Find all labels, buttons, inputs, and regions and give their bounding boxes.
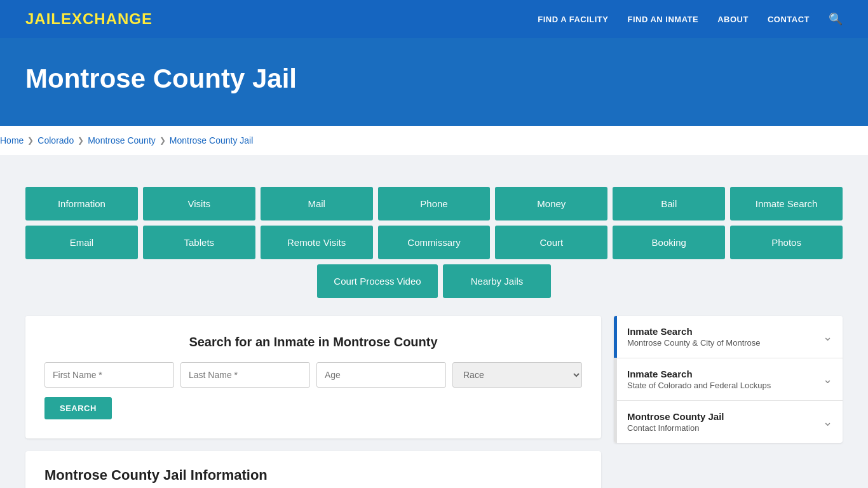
search-box: Search for an Inmate in Montrose County …	[25, 316, 601, 438]
sidebar-content-3: Montrose County Jail Contact Information	[617, 401, 813, 443]
left-panel: Search for an Inmate in Montrose County …	[25, 316, 601, 488]
page-title: Montrose County Jail	[25, 64, 843, 94]
nav-buttons-row1: Information Visits Mail Phone Money Bail…	[25, 187, 843, 220]
right-panel: Inmate Search Montrose County & City of …	[614, 316, 843, 443]
info-section: Montrose County Jail Information	[25, 451, 601, 488]
hero-section: Montrose County Jail	[0, 38, 868, 126]
btn-remote-visits[interactable]: Remote Visits	[261, 226, 373, 259]
btn-nearby-jails[interactable]: Nearby Jails	[443, 264, 551, 298]
main-layout: Search for an Inmate in Montrose County …	[25, 316, 843, 488]
breadcrumb-colorado[interactable]: Colorado	[37, 135, 74, 146]
search-fields: Race White Black Hispanic Asian Other	[44, 362, 582, 388]
breadcrumb-current: Montrose County Jail	[170, 135, 254, 146]
sidebar-subtitle-2: State of Colorado and Federal Lockups	[627, 381, 803, 390]
btn-commissary[interactable]: Commissary	[378, 226, 491, 259]
breadcrumb-home[interactable]: Home	[0, 135, 24, 146]
sidebar-chevron-2[interactable]: ⌄	[813, 358, 843, 400]
search-button[interactable]: SEARCH	[44, 397, 112, 419]
breadcrumb-sep-1: ❯	[27, 136, 34, 145]
breadcrumb-montrose-county[interactable]: Montrose County	[88, 135, 156, 146]
sidebar-title-3: Montrose County Jail	[627, 411, 803, 422]
sidebar-title-2: Inmate Search	[627, 369, 803, 379]
content-area: Information Visits Mail Phone Money Bail…	[0, 155, 868, 488]
nav-find-inmate[interactable]: FIND AN INMATE	[627, 15, 698, 24]
sidebar-subtitle-3: Contact Information	[627, 423, 803, 433]
sidebar-content-2: Inmate Search State of Colorado and Fede…	[617, 358, 813, 400]
sidebar-chevron-1[interactable]: ⌄	[813, 316, 843, 358]
btn-money[interactable]: Money	[495, 187, 607, 220]
btn-bail[interactable]: Bail	[613, 187, 725, 220]
sidebar-chevron-3[interactable]: ⌄	[813, 401, 843, 443]
btn-court-process-video[interactable]: Court Process Video	[317, 264, 438, 298]
nav-buttons-row3: Court Process Video Nearby Jails	[25, 264, 843, 298]
breadcrumb-sep-2: ❯	[78, 136, 84, 145]
logo[interactable]: JAILEXCHANGE	[25, 10, 153, 28]
sidebar-content-1: Inmate Search Montrose County & City of …	[617, 316, 813, 358]
search-title: Search for an Inmate in Montrose County	[44, 335, 582, 349]
btn-visits[interactable]: Visits	[143, 187, 255, 220]
logo-exchange: EXCHANGE	[61, 10, 153, 27]
age-input[interactable]	[316, 362, 446, 388]
race-select[interactable]: Race White Black Hispanic Asian Other	[452, 362, 582, 388]
header: JAILEXCHANGE FIND A FACILITY FIND AN INM…	[0, 0, 868, 38]
main-nav: FIND A FACILITY FIND AN INMATE ABOUT CON…	[538, 12, 843, 26]
btn-phone[interactable]: Phone	[378, 187, 491, 220]
sidebar-item-2[interactable]: Inmate Search State of Colorado and Fede…	[614, 358, 843, 401]
sidebar-card: Inmate Search Montrose County & City of …	[614, 316, 843, 443]
nav-buttons-section: Information Visits Mail Phone Money Bail…	[25, 168, 843, 316]
first-name-input[interactable]	[44, 362, 174, 388]
search-icon[interactable]: 🔍	[829, 12, 843, 26]
last-name-input[interactable]	[180, 362, 310, 388]
sidebar-item-1[interactable]: Inmate Search Montrose County & City of …	[614, 316, 843, 358]
breadcrumb-sep-3: ❯	[159, 136, 166, 145]
info-title: Montrose County Jail Information	[44, 467, 582, 484]
btn-court[interactable]: Court	[495, 226, 607, 259]
sidebar-item-3[interactable]: Montrose County Jail Contact Information…	[614, 401, 843, 443]
sidebar-title-1: Inmate Search	[627, 326, 803, 337]
btn-photos[interactable]: Photos	[730, 226, 843, 259]
breadcrumb: Home ❯ Colorado ❯ Montrose County ❯ Mont…	[0, 126, 868, 155]
btn-email[interactable]: Email	[25, 226, 138, 259]
logo-jail: JAIL	[25, 10, 61, 27]
nav-about[interactable]: ABOUT	[717, 15, 749, 24]
nav-find-facility[interactable]: FIND A FACILITY	[538, 15, 608, 24]
btn-mail[interactable]: Mail	[261, 187, 373, 220]
btn-information[interactable]: Information	[25, 187, 138, 220]
btn-inmate-search[interactable]: Inmate Search	[730, 187, 843, 220]
btn-tablets[interactable]: Tablets	[143, 226, 255, 259]
sidebar-subtitle-1: Montrose County & City of Montrose	[627, 338, 803, 348]
nav-buttons-row2: Email Tablets Remote Visits Commissary C…	[25, 226, 843, 259]
nav-contact[interactable]: CONTACT	[768, 15, 810, 24]
btn-booking[interactable]: Booking	[613, 226, 725, 259]
